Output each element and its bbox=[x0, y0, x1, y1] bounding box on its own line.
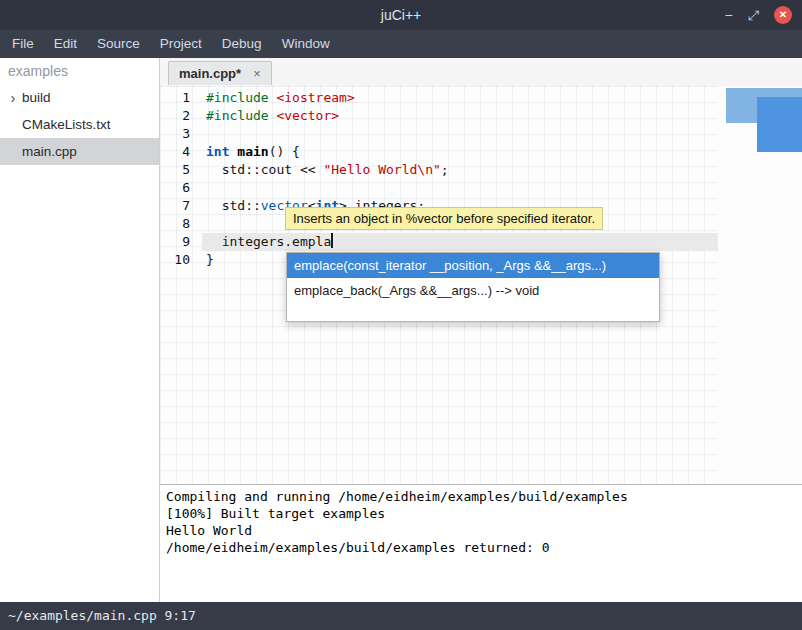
code-text: #include <vector> bbox=[206, 107, 339, 125]
status-bar: ~/examples/main.cpp 9:17 bbox=[0, 602, 802, 630]
code-line-1[interactable]: 1#include <iostream> bbox=[160, 89, 718, 107]
sidebar-item-label: CMakeLists.txt bbox=[22, 111, 111, 138]
output-panel[interactable]: Compiling and running /home/eidheim/exam… bbox=[160, 484, 802, 602]
code-line-6[interactable]: 6 bbox=[160, 179, 718, 197]
code-text: std::cout << "Hello World\n"; bbox=[206, 161, 449, 179]
output-line: /home/eidheim/examples/build/examples re… bbox=[166, 539, 802, 556]
juci-window: juCi++ − ⤢ ✕ FileEditSourceProjectDebugW… bbox=[0, 0, 802, 630]
maximize-button[interactable]: ⤢ bbox=[748, 8, 759, 22]
output-lines: Compiling and running /home/eidheim/exam… bbox=[166, 488, 802, 556]
tab-main-cpp[interactable]: main.cpp* × bbox=[168, 61, 272, 85]
minimize-button[interactable]: − bbox=[725, 8, 733, 22]
tab-bar: main.cpp* × bbox=[160, 58, 802, 86]
tab-label: main.cpp* bbox=[179, 66, 241, 81]
completion-item[interactable]: emplace(const_iterator __position, _Args… bbox=[287, 253, 659, 278]
scrollbar-thumb[interactable] bbox=[757, 97, 802, 152]
close-button[interactable]: ✕ bbox=[774, 6, 792, 24]
close-icon: ✕ bbox=[779, 10, 787, 20]
line-number: 8 bbox=[160, 215, 202, 233]
completion-item[interactable]: emplace_back(_Args &&__args...) --> void bbox=[287, 278, 659, 303]
output-line: [100%] Built target examples bbox=[166, 505, 802, 522]
menu-item-debug[interactable]: Debug bbox=[212, 30, 272, 58]
sidebar-item-cmakelists-txt[interactable]: CMakeLists.txt bbox=[0, 111, 159, 138]
sidebar-item-main-cpp[interactable]: main.cpp bbox=[0, 138, 159, 165]
code-line-5[interactable]: 5 std::cout << "Hello World\n"; bbox=[160, 161, 718, 179]
menu-item-edit[interactable]: Edit bbox=[44, 30, 87, 58]
tab-close-icon[interactable]: × bbox=[253, 66, 261, 81]
file-tree-panel[interactable]: examples ›buildCMakeLists.txtmain.cpp bbox=[0, 58, 160, 602]
status-file-position: ~/examples/main.cpp 9:17 bbox=[0, 602, 802, 630]
line-number: 2 bbox=[160, 107, 202, 125]
chevron-right-icon[interactable]: › bbox=[6, 84, 20, 111]
code-line-3[interactable]: 3 bbox=[160, 125, 718, 143]
output-line: Compiling and running /home/eidheim/exam… bbox=[166, 488, 802, 505]
file-tree: ›buildCMakeLists.txtmain.cpp bbox=[0, 84, 159, 165]
line-number: 7 bbox=[160, 197, 202, 215]
line-number: 9 bbox=[160, 233, 202, 251]
text-cursor bbox=[331, 233, 333, 248]
doc-tooltip: Inserts an object in %vector before spec… bbox=[285, 207, 603, 230]
line-number: 5 bbox=[160, 161, 202, 179]
completion-popup[interactable]: emplace(const_iterator __position, _Args… bbox=[286, 252, 660, 322]
menu-item-source[interactable]: Source bbox=[87, 30, 150, 58]
code-line-9[interactable]: 9 integers.empla bbox=[160, 233, 718, 251]
line-number: 10 bbox=[160, 251, 202, 269]
window-title: juCi++ bbox=[0, 0, 802, 30]
line-number: 4 bbox=[160, 143, 202, 161]
code-text: integers.empla bbox=[206, 233, 333, 251]
output-line: Hello World bbox=[166, 522, 802, 539]
window-controls: − ⤢ ✕ bbox=[725, 0, 792, 30]
titlebar: juCi++ − ⤢ ✕ bbox=[0, 0, 802, 30]
menubar: FileEditSourceProjectDebugWindow bbox=[0, 30, 802, 58]
line-number: 1 bbox=[160, 89, 202, 107]
code-lines: 1#include <iostream>2#include <vector>34… bbox=[160, 86, 718, 269]
menu-item-file[interactable]: File bbox=[2, 30, 44, 58]
code-line-4[interactable]: 4int main() { bbox=[160, 143, 718, 161]
project-root-label: examples bbox=[0, 58, 159, 84]
line-number: 6 bbox=[160, 179, 202, 197]
code-text: #include <iostream> bbox=[206, 89, 355, 107]
code-line-2[interactable]: 2#include <vector> bbox=[160, 107, 718, 125]
menu-item-window[interactable]: Window bbox=[272, 30, 340, 58]
menu-item-project[interactable]: Project bbox=[150, 30, 212, 58]
code-text: } bbox=[206, 251, 214, 269]
code-text: int main() { bbox=[206, 143, 300, 161]
sidebar-item-build[interactable]: ›build bbox=[0, 84, 159, 111]
sidebar-item-label: main.cpp bbox=[22, 138, 77, 165]
sidebar-item-label: build bbox=[22, 84, 51, 111]
line-number: 3 bbox=[160, 125, 202, 143]
